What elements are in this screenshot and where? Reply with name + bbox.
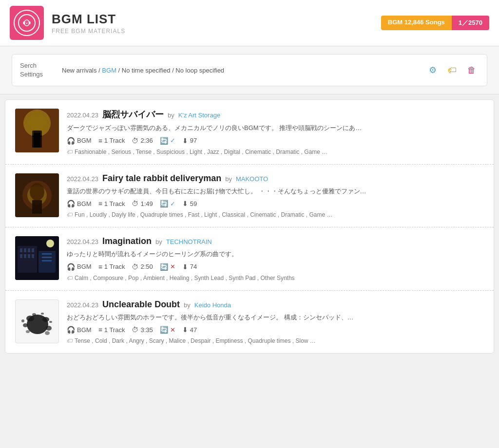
meta-type: 🎧 BGM — [67, 326, 92, 334]
track-title: 脳烈サバイバー — [102, 109, 164, 120]
thumb-image — [15, 173, 59, 217]
gear-icon: ⚙ — [429, 65, 437, 75]
svg-point-24 — [46, 240, 54, 247]
svg-rect-5 — [35, 133, 39, 147]
logo-inner — [18, 14, 36, 32]
bgm-link[interactable]: BGM — [102, 67, 116, 74]
tag-icon: 🏷 — [67, 337, 73, 344]
track-author-link[interactable]: TECHNOTRAIN — [166, 238, 212, 245]
thumb-image — [15, 109, 59, 152]
headphone-icon: 🎧 — [67, 200, 75, 207]
track-author-link[interactable]: MAKOOTO — [236, 175, 268, 183]
track-count: 1 Track — [104, 200, 125, 207]
svg-point-11 — [30, 183, 44, 201]
svg-rect-2 — [34, 131, 40, 148]
search-label: SerchSettings — [20, 61, 54, 79]
svg-point-34 — [32, 313, 36, 316]
logo-circle — [14, 10, 40, 36]
svg-rect-6 — [32, 135, 42, 137]
download-icon: ⬇ — [182, 263, 188, 271]
track-count: 1 Track — [104, 263, 125, 270]
meta-loop: 🔄 ✓ — [160, 200, 175, 207]
search-left: SerchSettings New arrivals / BGM / No ti… — [20, 61, 224, 79]
track-description: ダークでジャズっぽい雰囲気のある、メカニカルでノリの良いBGMです。 推理や頭脳… — [67, 123, 484, 133]
meta-duration: ⏱ 3:35 — [132, 326, 153, 334]
download-count: 47 — [190, 326, 197, 334]
svg-rect-12 — [32, 200, 42, 214]
track-thumbnail — [15, 173, 59, 217]
meta-downloads: ⬇ 97 — [182, 137, 197, 145]
headphone-icon: 🎧 — [67, 263, 75, 271]
page-header: BGM LIST FREE BGM MATERIALS BGM 12,846 S… — [0, 0, 499, 46]
tag-button[interactable]: 🏷 — [445, 63, 460, 77]
track-meta: 🎧 BGM ≡ 1 Track ⏱ 2:36 🔄 ✓ ⬇ 97 — [67, 137, 484, 145]
track-duration: 3:35 — [140, 326, 153, 334]
svg-point-35 — [41, 313, 44, 315]
track-thumbnail — [15, 299, 59, 343]
svg-rect-17 — [24, 248, 26, 252]
track-tags: 🏷 Calm , Composure , Pop , Ambient , Hea… — [67, 275, 484, 281]
download-count: 59 — [190, 200, 197, 207]
svg-point-36 — [26, 330, 30, 333]
clock-icon: ⏱ — [132, 200, 138, 207]
meta-duration: ⏱ 2:36 — [132, 137, 153, 145]
track-header: 2022.04.23 脳烈サバイバー by K'z Art Storage — [67, 109, 484, 120]
track-tags: 🏷 Tense , Cold , Dark , Angry , Scary , … — [67, 337, 484, 344]
svg-rect-19 — [32, 248, 34, 252]
meta-loop: 🔄 ✕ — [160, 326, 175, 334]
headphone-icon: 🎧 — [67, 326, 75, 334]
svg-rect-18 — [28, 248, 30, 252]
track-description: おどろおどろしい雰囲気のホラーです。後半から低音が重くなるイメージ。 構成：シン… — [67, 313, 484, 322]
loop-check-icon: ✓ — [170, 137, 175, 144]
download-icon: ⬇ — [182, 137, 188, 145]
logo-text-block: BGM LIST FREE BGM MATERIALS — [52, 12, 125, 35]
tags-text: Fashionable , Serious , Tense , Suspicio… — [75, 149, 327, 155]
table-row: 2022.04.23 Fairy tale rabbit deliveryman… — [5, 165, 494, 228]
svg-rect-4 — [15, 109, 59, 152]
track-duration: 2:36 — [140, 137, 153, 144]
download-icon: ⬇ — [182, 326, 188, 334]
track-author-link[interactable]: K'z Art Storage — [178, 112, 220, 119]
meta-downloads: ⬇ 59 — [182, 200, 197, 207]
tag-icon: 🏷 — [67, 275, 73, 281]
tags-text: Tense , Cold , Dark , Angry , Scary , Ma… — [75, 337, 316, 344]
download-count: 97 — [190, 137, 197, 144]
track-date: 2022.04.23 — [67, 175, 98, 183]
track-duration: 2:50 — [140, 263, 153, 270]
svg-rect-16 — [20, 248, 22, 252]
svg-rect-20 — [20, 254, 22, 258]
meta-loop: 🔄 ✓ — [160, 137, 175, 145]
svg-point-30 — [26, 316, 34, 321]
site-subtitle: FREE BGM MATERIALS — [52, 28, 125, 35]
track-tags: 🏷 Fashionable , Serious , Tense , Suspic… — [67, 149, 484, 155]
svg-point-32 — [23, 323, 28, 327]
track-author-link[interactable]: Keido Honda — [194, 301, 231, 309]
clear-button[interactable]: 🗑 — [464, 63, 479, 77]
track-title: Imagination — [102, 236, 152, 246]
svg-point-38 — [49, 321, 52, 323]
meta-duration: ⏱ 1:49 — [132, 200, 153, 207]
track-meta: 🎧 BGM ≡ 1 Track ⏱ 3:35 🔄 ✕ ⬇ 47 — [67, 326, 484, 334]
track-by: by — [155, 238, 162, 245]
tags-text: Calm , Composure , Pop , Ambient , Heali… — [75, 275, 295, 281]
meta-downloads: ⬇ 74 — [182, 263, 197, 271]
svg-rect-22 — [28, 254, 30, 258]
track-by: by — [184, 301, 191, 309]
meta-tracks: ≡ 1 Track — [98, 137, 125, 145]
logo-icon — [22, 19, 31, 27]
search-inner: SerchSettings New arrivals / BGM / No ti… — [12, 54, 487, 86]
svg-point-39 — [21, 319, 24, 322]
list-icon: ≡ — [98, 200, 102, 207]
track-meta: 🎧 BGM ≡ 1 Track ⏱ 2:50 🔄 ✕ ⬇ 74 — [67, 263, 484, 271]
list-icon: ≡ — [98, 263, 102, 271]
track-info: 2022.04.23 Unclearable Doubt by Keido Ho… — [67, 299, 484, 345]
track-thumbnail — [15, 109, 59, 152]
loop-cross-icon: ✕ — [170, 326, 175, 334]
settings-button[interactable]: ⚙ — [425, 63, 440, 77]
track-by: by — [225, 175, 232, 183]
thumb-image — [16, 300, 59, 343]
page-badge: 1／2570 — [452, 16, 489, 30]
search-section: SerchSettings New arrivals / BGM / No ti… — [0, 46, 499, 94]
tag-icon: 🏷 — [67, 149, 73, 155]
track-header: 2022.04.23 Fairy tale rabbit deliveryman… — [67, 173, 484, 184]
